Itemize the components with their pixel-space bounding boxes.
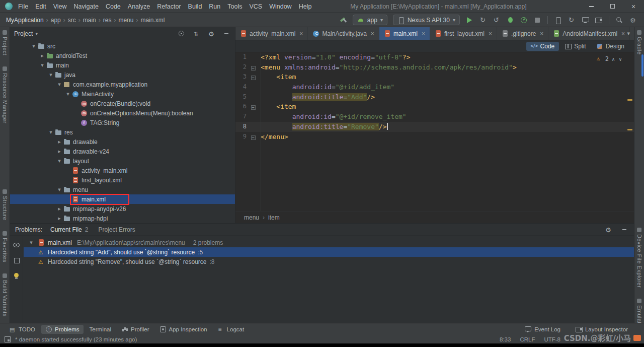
problems-tab-project-errors[interactable]: Project Errors — [98, 226, 135, 233]
search-everywhere-button[interactable] — [613, 15, 625, 26]
warning-stripe-mark[interactable] — [627, 129, 632, 130]
close-icon[interactable]: × — [371, 30, 374, 37]
apply-code-changes-button[interactable] — [491, 15, 503, 26]
code-line-4[interactable]: 4 android:id="@+id/add_item" — [235, 82, 634, 92]
tree-item-oncreateoptionsmenu-menu-boolean[interactable]: onCreateOptionsMenu(Menu):boolean — [10, 108, 235, 118]
stop-button[interactable] — [531, 15, 543, 26]
device-manager-button[interactable] — [552, 15, 564, 26]
tool-button-terminal[interactable]: Terminal — [86, 325, 115, 333]
run-button[interactable] — [463, 15, 475, 26]
tab-activity-main-xml[interactable]: activity_main.xml× — [235, 27, 308, 40]
warning-stripe-mark[interactable] — [627, 99, 632, 101]
chevron-right-icon[interactable]: ▸ — [56, 148, 63, 155]
tool-button-problems[interactable]: Problems — [41, 325, 84, 334]
project-title[interactable]: Project — [14, 30, 33, 37]
tool-button-event-log[interactable]: Event Log — [521, 325, 565, 334]
code-line-3[interactable]: 3− <item — [235, 72, 634, 82]
chevron-down-icon[interactable]: ▾ — [39, 62, 46, 68]
close-icon[interactable]: × — [540, 30, 543, 37]
tab-gitignore[interactable]: .gitignore× — [497, 27, 548, 40]
tree-item-activity-main-xml[interactable]: activity_main.xml — [10, 166, 235, 175]
breadcrumb-myapplication[interactable]: MyApplication — [5, 17, 45, 24]
code-line-7[interactable]: 7 android:id="@+id/remove_item" — [235, 112, 634, 122]
fold-marker[interactable]: − — [247, 132, 260, 142]
tree-item-menu[interactable]: ▾menu — [10, 185, 235, 194]
view-mode-code[interactable]: Code — [526, 42, 559, 51]
problems-file-row[interactable]: ▾ main.xml E:\MyApplication\app\src\main… — [24, 238, 634, 247]
breadcrumb-item[interactable]: item — [267, 214, 281, 221]
chevron-right-icon[interactable]: ▸ — [56, 138, 63, 145]
breadcrumb-main-xml[interactable]: main.xml — [139, 17, 166, 24]
chevron-down-icon[interactable]: ▾ — [47, 129, 54, 135]
menu-view[interactable]: View — [50, 3, 70, 10]
tool-button-todo[interactable]: TODO — [5, 325, 39, 334]
tree-item-main[interactable]: ▾main — [10, 60, 235, 70]
tree-item-main-xml[interactable]: main.xml — [10, 194, 235, 204]
settings-button[interactable] — [627, 15, 639, 26]
tree-item-mainactivity[interactable]: ▾MainActivity — [10, 89, 235, 99]
menu-navigate[interactable]: Navigate — [70, 3, 102, 10]
tab-first-layout-xml[interactable]: first_layout.xml× — [430, 27, 497, 40]
inspections-widget[interactable]: 2 ∧ ∨ — [596, 55, 623, 62]
tool-button-logcat[interactable]: Logcat — [213, 325, 249, 334]
menu-vcs[interactable]: VCS — [246, 3, 266, 10]
status-message[interactable]: * daemon started successfully (23 minute… — [15, 336, 137, 342]
close-button[interactable]: × — [623, 0, 644, 13]
hidden-tabs-chevron-icon[interactable]: ▾ — [627, 30, 630, 37]
tool-button-structure[interactable]: Structure — [2, 189, 8, 220]
profile-button[interactable] — [518, 15, 530, 26]
code-line-9[interactable]: 9−</menu> — [235, 132, 634, 142]
code-line-5[interactable]: 5 android:title="Add"/> — [235, 92, 634, 102]
close-icon[interactable]: × — [489, 30, 492, 37]
quick-fixes-button[interactable] — [12, 271, 21, 281]
fold-marker[interactable]: − — [247, 72, 260, 82]
chevron-down-icon[interactable]: ▾ — [56, 81, 63, 88]
chevron-right-icon[interactable]: ▸ — [56, 205, 63, 212]
tree-item-mipmap-hdpi[interactable]: ▸mipmap-hdpi — [10, 214, 235, 223]
chevron-down-icon[interactable]: ▾ — [47, 72, 54, 78]
breadcrumb-res[interactable]: res — [102, 17, 113, 24]
tree-item-src[interactable]: ▾src — [10, 41, 235, 51]
tool-window-switcher-icon[interactable] — [4, 336, 11, 343]
tree-item-oncreate-bundle-void[interactable]: onCreate(Bundle):void — [10, 99, 235, 108]
chevron-down-icon[interactable]: ▾ — [28, 239, 35, 246]
close-icon[interactable]: × — [621, 30, 625, 37]
severity-filter-button[interactable] — [12, 256, 21, 265]
code-line-1[interactable]: 1<?xml version="1.0" encoding="utf-8"?> — [235, 52, 634, 62]
tree-item-androidtest[interactable]: ▸androidTest — [10, 51, 235, 60]
next-warning-chevron-icon[interactable]: ∨ — [618, 56, 623, 62]
breadcrumb-menu[interactable]: menu — [117, 17, 134, 24]
tree-item-layout[interactable]: ▾layout — [10, 156, 235, 166]
minimize-button[interactable] — [581, 0, 602, 13]
breadcrumb-app[interactable]: app — [50, 17, 62, 24]
tree-item-drawable[interactable]: ▸drawable — [10, 137, 235, 147]
tool-button-device-file-explorer[interactable]: Device File Explorer — [636, 228, 642, 288]
tab-androidmanifest-xml[interactable]: AndroidManifest.xml× — [548, 27, 630, 40]
breadcrumb-main[interactable]: main — [82, 17, 97, 24]
tool-button-favorites[interactable]: Favorites — [2, 231, 8, 262]
encoding[interactable]: UTF-8 — [544, 336, 560, 342]
hide-button[interactable] — [222, 29, 231, 38]
tool-button-gradle[interactable]: Gradle — [636, 30, 642, 54]
debug-button[interactable] — [504, 15, 516, 26]
tree-item-java[interactable]: ▾java — [10, 70, 235, 80]
tree-item-res[interactable]: ▾res — [10, 127, 235, 137]
run-config-dropdown[interactable]: app ▾ — [353, 15, 387, 25]
code-line-6[interactable]: 6− <item — [235, 102, 634, 112]
sync-project-with-gradle-button[interactable] — [566, 15, 578, 26]
menu-analyze[interactable]: Analyze — [124, 3, 153, 10]
maximize-button[interactable] — [602, 0, 623, 13]
tab-mainactivity-java[interactable]: MainActivity.java× — [308, 27, 379, 40]
collapse-all-button[interactable] — [192, 29, 201, 38]
menu-file[interactable]: File — [15, 3, 32, 10]
tool-button-app-inspection[interactable]: App Inspection — [155, 325, 211, 334]
layout-inspector-button[interactable] — [593, 15, 605, 26]
chevron-down-icon[interactable]: ▾ — [64, 91, 71, 97]
tree-item-mipmap-anydpi-v26[interactable]: ▸mipmap-anydpi-v26 — [10, 204, 235, 214]
fold-marker[interactable]: − — [247, 102, 260, 112]
menu-window[interactable]: Window — [266, 3, 295, 10]
problems-tab-current-file[interactable]: Current File2 — [50, 226, 88, 233]
menu-refactor[interactable]: Refactor — [153, 3, 184, 10]
tab-main-xml[interactable]: main.xml× — [379, 27, 430, 40]
chevron-right-icon[interactable]: ▸ — [56, 215, 63, 222]
